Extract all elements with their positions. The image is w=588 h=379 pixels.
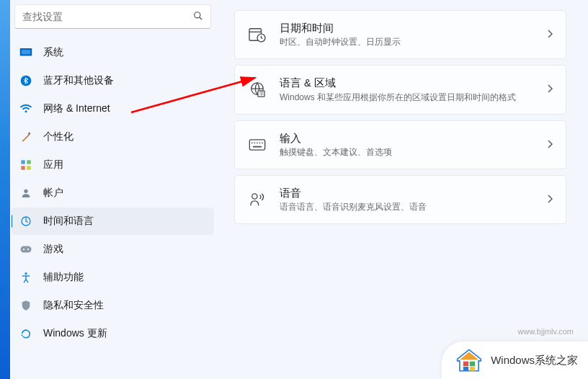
globe-lang-icon: 字 bbox=[248, 80, 267, 99]
gamepad-icon bbox=[19, 242, 33, 257]
sidebar-item-label: 游戏 bbox=[43, 243, 63, 256]
card-sub: 触摸键盘、文本建议、首选项 bbox=[280, 146, 547, 159]
speech-icon bbox=[248, 190, 267, 209]
card-input[interactable]: 输入 触摸键盘、文本建议、首选项 bbox=[234, 120, 566, 169]
shield-icon bbox=[19, 298, 33, 313]
svg-point-16 bbox=[24, 272, 27, 275]
calendar-clock-icon bbox=[248, 25, 267, 44]
svg-point-0 bbox=[195, 12, 200, 17]
card-title: 语言 & 区域 bbox=[280, 76, 547, 90]
svg-rect-3 bbox=[22, 50, 30, 54]
sidebar-item-label: 辅助功能 bbox=[43, 271, 84, 284]
sidebar-item-label: 蓝牙和其他设备 bbox=[43, 74, 114, 87]
svg-rect-32 bbox=[463, 362, 468, 367]
svg-rect-7 bbox=[21, 160, 24, 164]
sidebar-item-windows-update[interactable]: Windows 更新 bbox=[12, 320, 214, 347]
paintbrush-icon bbox=[19, 130, 33, 144]
sidebar-item-label: 个性化 bbox=[43, 130, 74, 143]
wifi-icon bbox=[19, 102, 33, 116]
watermark-text: Windows系统之家 bbox=[491, 354, 578, 367]
svg-point-15 bbox=[27, 249, 29, 250]
sidebar-item-time-language[interactable]: 时间和语言 bbox=[12, 208, 214, 235]
nav-list: 系统 蓝牙和其他设备 网络 & Internet 个性化 bbox=[12, 39, 214, 379]
card-speech[interactable]: 语音 语音语言、语音识别麦克风设置、语音 bbox=[234, 175, 566, 224]
sidebar-item-label: 时间和语言 bbox=[43, 215, 94, 228]
sidebar-item-label: 隐私和安全性 bbox=[43, 299, 104, 312]
card-title: 语音 bbox=[280, 186, 547, 200]
card-title: 日期和时间 bbox=[280, 21, 547, 35]
watermark-url: www.bjjmlv.com bbox=[518, 327, 574, 336]
watermark-badge: Windows系统之家 bbox=[442, 342, 588, 379]
globe-clock-icon bbox=[19, 214, 33, 228]
svg-rect-9 bbox=[21, 166, 24, 169]
svg-rect-34 bbox=[463, 367, 468, 371]
sidebar-item-label: 系统 bbox=[43, 46, 63, 59]
main-panel: 日期和时间 时区、自动时钟设置、日历显示 字 语言 & 区域 Windows 和… bbox=[220, 0, 588, 379]
account-icon bbox=[19, 186, 33, 200]
chevron-right-icon bbox=[547, 29, 553, 40]
sidebar-item-system[interactable]: 系统 bbox=[12, 39, 214, 66]
svg-rect-13 bbox=[21, 246, 32, 253]
apps-icon bbox=[19, 158, 33, 172]
sidebar-item-label: 帐户 bbox=[43, 187, 63, 200]
house-logo-icon bbox=[455, 347, 484, 373]
chevron-right-icon bbox=[547, 194, 553, 205]
chevron-right-icon bbox=[547, 84, 553, 95]
sidebar-item-label: Windows 更新 bbox=[43, 327, 107, 340]
sidebar-item-accounts[interactable]: 帐户 bbox=[12, 179, 214, 207]
card-date-time[interactable]: 日期和时间 时区、自动时钟设置、日历显示 bbox=[234, 10, 566, 59]
card-sub: 时区、自动时钟设置、日历显示 bbox=[280, 36, 547, 48]
desktop-edge bbox=[0, 0, 10, 379]
sidebar-item-privacy[interactable]: 隐私和安全性 bbox=[12, 292, 214, 319]
sidebar: 系统 蓝牙和其他设备 网络 & Internet 个性化 bbox=[0, 0, 220, 379]
svg-point-11 bbox=[24, 190, 27, 193]
accessibility-icon bbox=[19, 270, 33, 285]
search-input-wrap[interactable] bbox=[14, 4, 211, 29]
bluetooth-icon bbox=[19, 73, 33, 88]
svg-rect-23 bbox=[249, 140, 264, 150]
sidebar-item-bluetooth[interactable]: 蓝牙和其他设备 bbox=[12, 67, 214, 94]
keyboard-icon bbox=[248, 135, 267, 154]
sidebar-item-personalization[interactable]: 个性化 bbox=[12, 123, 214, 151]
card-sub: 语音语言、语音识别麦克风设置、语音 bbox=[280, 201, 547, 213]
search-input[interactable] bbox=[22, 12, 193, 22]
sidebar-item-gaming[interactable]: 游戏 bbox=[12, 236, 214, 263]
sidebar-item-accessibility[interactable]: 辅助功能 bbox=[12, 264, 214, 291]
svg-line-1 bbox=[200, 17, 202, 19]
svg-point-30 bbox=[252, 194, 257, 199]
svg-point-5 bbox=[25, 110, 27, 112]
svg-rect-8 bbox=[27, 160, 30, 164]
sidebar-item-label: 应用 bbox=[43, 159, 63, 171]
sidebar-item-label: 网络 & Internet bbox=[43, 102, 110, 115]
svg-rect-10 bbox=[27, 166, 30, 169]
update-icon bbox=[19, 326, 33, 341]
card-language-region[interactable]: 字 语言 & 区域 Windows 和某些应用根据你所在的区域设置日期和时间的格… bbox=[234, 65, 566, 114]
system-icon bbox=[19, 45, 33, 60]
card-sub: Windows 和某些应用根据你所在的区域设置日期和时间的格式 bbox=[280, 92, 547, 104]
svg-rect-35 bbox=[470, 367, 475, 371]
svg-point-14 bbox=[23, 249, 24, 250]
sidebar-item-network[interactable]: 网络 & Internet bbox=[12, 95, 214, 122]
svg-rect-6 bbox=[28, 132, 31, 135]
sidebar-item-apps[interactable]: 应用 bbox=[12, 151, 214, 179]
svg-rect-33 bbox=[470, 362, 475, 367]
card-title: 输入 bbox=[280, 131, 547, 146]
search-icon bbox=[193, 11, 203, 23]
svg-text:字: 字 bbox=[259, 92, 264, 97]
chevron-right-icon bbox=[547, 139, 553, 151]
